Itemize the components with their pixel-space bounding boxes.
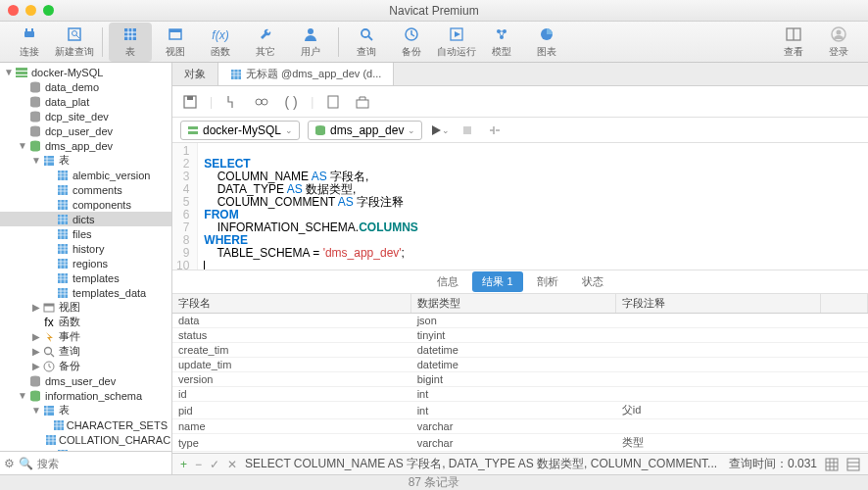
evt-icon (41, 331, 57, 343)
column-header[interactable]: 字段名 (172, 294, 411, 314)
format-icon[interactable] (222, 92, 242, 112)
disclosure-icon[interactable]: ▼ (4, 67, 14, 77)
tree-node[interactable]: ▶查询 (0, 344, 171, 359)
table-row[interactable]: namevarchar (172, 419, 868, 434)
cancel-icon[interactable]: ✕ (227, 458, 237, 471)
result-tab[interactable]: 剖析 (527, 271, 568, 292)
tb-backup[interactable]: 备份 (390, 23, 433, 62)
disclosure-icon[interactable]: ▶ (31, 302, 41, 313)
tree-node[interactable]: ▶视图 (0, 300, 171, 315)
table-icon (120, 25, 141, 43)
stop-button[interactable] (458, 121, 477, 140)
explain-button[interactable] (485, 121, 505, 140)
tree-node[interactable]: fx函数 (0, 315, 171, 329)
tb-view[interactable]: 视图 (154, 23, 197, 62)
tree-node[interactable]: ▼表 (0, 403, 171, 417)
status-time: 查询时间：0.031 (729, 456, 817, 472)
tree-node[interactable]: templates (0, 270, 171, 285)
tree-node[interactable]: data_plat (0, 94, 171, 109)
tb-table[interactable]: 表 (109, 23, 152, 62)
search-input[interactable] (37, 458, 172, 469)
tree-node[interactable]: ▼docker-MySQL (0, 65, 171, 79)
tb-connect[interactable]: 连接 (8, 23, 51, 62)
tb-view-mode[interactable]: 查看 (772, 23, 815, 62)
tree[interactable]: ▼docker-MySQLdata_demodata_platdcp_site_… (0, 63, 171, 451)
tree-node[interactable]: components (0, 197, 171, 212)
tree-node[interactable]: alembic_version (0, 168, 171, 182)
tree-node[interactable]: ▶备份 (0, 359, 171, 373)
result-grid[interactable]: 字段名数据类型字段注释datajsonstatustinyintcreate_t… (172, 294, 868, 453)
tb-user[interactable]: 用户 (289, 23, 332, 62)
tree-node[interactable]: dms_user_dev (0, 373, 171, 388)
tb-func[interactable]: f(x)函数 (199, 23, 242, 62)
tree-node[interactable]: COLLATION_CHARAC... (0, 432, 171, 447)
disclosure-icon[interactable]: ▼ (18, 390, 27, 401)
disclosure-icon[interactable]: ▶ (31, 346, 41, 357)
explain-icon[interactable] (252, 92, 271, 112)
table-row[interactable]: typevarchar类型 (172, 434, 868, 452)
content-tab[interactable]: 对象 (172, 63, 218, 85)
tree-node[interactable]: history (0, 241, 171, 256)
connection-combo[interactable]: docker-MySQL⌄ (180, 121, 300, 140)
settings-icon[interactable]: ⚙ (4, 457, 15, 470)
tree-node[interactable]: comments (0, 182, 171, 197)
table-row[interactable]: pidint父id (172, 402, 868, 419)
tree-node[interactable]: ▼dms_app_dev (0, 138, 171, 153)
sql-editor[interactable]: 12345678910 SELECT COLUMN_NAME AS 字段名, D… (172, 143, 868, 270)
tb-login[interactable]: 登录 (817, 23, 860, 62)
tree-node[interactable]: ▼表 (0, 153, 171, 168)
content-tab[interactable]: 无标题 @dms_app_dev (d... (218, 63, 394, 85)
save-icon[interactable] (180, 92, 200, 112)
tb-model[interactable]: 模型 (480, 23, 523, 62)
table-row[interactable]: create_timdatetime (172, 343, 868, 358)
editor-toolbar: | ( ) | (172, 86, 868, 118)
tree-node[interactable]: CHARACTER_SETS (0, 417, 171, 432)
maximize-button[interactable] (43, 5, 54, 16)
minimize-button[interactable] (25, 5, 36, 16)
result-tab[interactable]: 结果 1 (472, 271, 522, 292)
cut-icon[interactable] (323, 92, 343, 112)
table-row[interactable]: idint (172, 387, 868, 402)
fx-icon: fx (41, 316, 57, 329)
form-view-icon[interactable] (846, 458, 860, 471)
tree-node[interactable]: dcp_site_dev (0, 109, 171, 123)
export-icon[interactable] (353, 92, 372, 112)
table-row[interactable]: versionbigint (172, 372, 868, 387)
column-header[interactable]: 数据类型 (411, 294, 616, 314)
grid-view-icon[interactable] (825, 458, 839, 471)
tb-auto[interactable]: 自动运行 (435, 23, 478, 62)
tree-node[interactable]: data_demo (0, 79, 171, 94)
tree-node[interactable]: dcp_user_dev (0, 123, 171, 138)
tree-node[interactable]: ▶事件 (0, 329, 171, 344)
tree-node[interactable]: dicts (0, 212, 171, 226)
tree-node[interactable]: files (0, 226, 171, 241)
close-button[interactable] (8, 5, 19, 16)
disclosure-icon[interactable]: ▼ (18, 140, 27, 151)
svg-text:f(x): f(x) (212, 28, 228, 42)
disclosure-icon[interactable]: ▶ (31, 361, 41, 371)
run-button[interactable]: ⌄ (430, 121, 450, 140)
tree-node[interactable]: regions (0, 256, 171, 270)
del-row-icon[interactable]: − (195, 458, 202, 471)
result-tab[interactable]: 状态 (572, 271, 613, 292)
tree-node[interactable]: templates_data (0, 285, 171, 300)
add-row-icon[interactable]: + (180, 458, 187, 471)
brackets-icon[interactable]: ( ) (281, 92, 301, 112)
model-icon (491, 25, 512, 43)
disclosure-icon[interactable]: ▶ (31, 331, 41, 342)
table-row[interactable]: update_timdatetime (172, 358, 868, 372)
tb-other[interactable]: 其它 (244, 23, 287, 62)
disclosure-icon[interactable]: ▼ (31, 405, 41, 416)
tree-node[interactable]: ▼information_schema (0, 388, 171, 403)
tb-query2[interactable]: 查询 (345, 23, 388, 62)
table-row[interactable]: datajson (172, 314, 868, 328)
svg-rect-3 (124, 28, 136, 40)
database-combo[interactable]: dms_app_dev⌄ (308, 121, 422, 140)
result-tab[interactable]: 信息 (427, 271, 468, 292)
column-header[interactable]: 字段注释 (616, 294, 821, 314)
commit-icon[interactable]: ✓ (210, 458, 219, 471)
tb-chart[interactable]: 图表 (525, 23, 568, 62)
table-row[interactable]: statustinyint (172, 328, 868, 343)
disclosure-icon[interactable]: ▼ (31, 155, 41, 166)
tb-new-query[interactable]: 新建查询 (53, 23, 96, 62)
